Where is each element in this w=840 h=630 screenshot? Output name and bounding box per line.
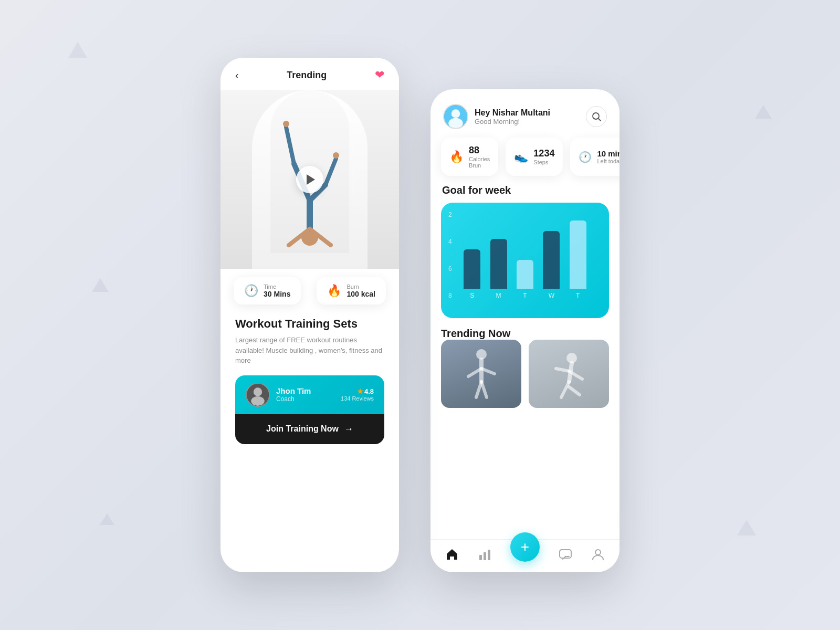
bar-label-t2: T	[576, 292, 580, 299]
bar-label-s: S	[470, 292, 474, 299]
fire-icon: 🔥	[327, 284, 341, 298]
hero-image	[220, 90, 399, 269]
svg-point-11	[254, 387, 262, 396]
arrow-icon: →	[344, 424, 353, 435]
svg-point-12	[251, 396, 265, 405]
time-left-card: 🕐 10 min Left today	[570, 138, 620, 176]
play-button[interactable]	[296, 166, 323, 193]
svg-point-15	[448, 118, 463, 129]
nav-stats[interactable]	[478, 548, 491, 561]
heart-icon[interactable]: ❤	[375, 68, 384, 82]
phone-dashboard: Hey Nishar Multani Good Morning! 🔥 88 Ca…	[430, 89, 620, 572]
y-label-2: 2	[448, 211, 452, 218]
decor-triangle-3	[100, 513, 114, 525]
metrics-outer: 🔥 88 Calories Brun 👟 1234 Steps 🕐	[430, 138, 620, 184]
bar-label-m: M	[496, 292, 501, 299]
search-button[interactable]	[586, 106, 607, 127]
svg-line-26	[556, 369, 569, 371]
phones-container: ‹ Trending ❤	[220, 58, 620, 572]
calories-card: 🔥 88 Calories Brun	[441, 138, 498, 176]
bar-tuesday	[517, 260, 533, 289]
svg-point-16	[593, 113, 599, 119]
bar-t2: T	[570, 220, 586, 299]
clock-icon: 🕐	[244, 284, 258, 298]
time-left-label: Left today	[597, 158, 620, 164]
rating-score: ★4.8	[341, 387, 374, 395]
svg-line-28	[561, 382, 569, 397]
rating-count: 134 Reviews	[341, 395, 374, 402]
workout-title: Workout Training Sets	[235, 317, 384, 331]
svg-point-14	[452, 109, 460, 118]
plus-icon: +	[521, 540, 529, 554]
stats-row: 🕐 Time 30 Mins 🔥 Burn 100 kcal	[220, 269, 399, 313]
trending-section-title: Trending Now	[430, 328, 620, 340]
decor-triangle-4	[755, 105, 772, 119]
svg-line-29	[569, 387, 580, 395]
trending-image-1[interactable]	[441, 340, 521, 408]
nav-add-button[interactable]: +	[510, 532, 540, 562]
steps-card: 👟 1234 Steps	[506, 138, 563, 176]
bar-wednesday	[543, 231, 560, 289]
trending-image-2[interactable]	[529, 340, 609, 408]
time-value: 30 Mins	[264, 290, 290, 298]
workout-description: Largest range of FREE workout routines a…	[235, 335, 384, 366]
bar-w: W	[543, 231, 560, 299]
bar-monday	[490, 239, 507, 289]
time-left-icon: 🕐	[579, 151, 592, 163]
metrics-inner: 🔥 88 Calories Brun 👟 1234 Steps	[441, 138, 563, 176]
trending-images	[430, 340, 620, 408]
back-icon[interactable]: ‹	[235, 69, 239, 81]
coach-rating: ★4.8 134 Reviews	[341, 387, 374, 402]
time-label: Time	[264, 284, 290, 290]
coach-bar: Jhon Tim Coach ★4.8 134 Reviews	[235, 375, 384, 414]
svg-line-3	[286, 127, 294, 164]
coach-info: Jhon Tim Coach	[276, 386, 334, 403]
join-training-label: Join Training Now	[266, 424, 339, 434]
calories-icon: 🔥	[449, 150, 464, 164]
nav-chat[interactable]	[559, 548, 572, 561]
phone-workout-detail: ‹ Trending ❤	[220, 58, 399, 572]
svg-line-23	[481, 382, 487, 397]
bar-label-t1: T	[523, 292, 527, 299]
chart-y-labels: 8 6 4 2	[448, 211, 452, 299]
steps-label: Steps	[533, 159, 554, 165]
join-training-button[interactable]: Join Training Now →	[235, 414, 384, 444]
svg-point-8	[283, 121, 289, 127]
y-label-4: 4	[448, 238, 452, 245]
bar-thursday	[570, 220, 586, 289]
bar-m: M	[490, 239, 507, 299]
burn-label: Burn	[346, 284, 375, 290]
steps-value: 1234	[533, 148, 554, 159]
phone1-header: ‹ Trending ❤	[220, 58, 399, 90]
star-icon: ★	[357, 387, 363, 395]
time-stat-card: 🕐 Time 30 Mins	[234, 277, 301, 304]
y-label-8: 8	[448, 292, 452, 299]
bar-s: S	[464, 249, 480, 299]
trending-figure-2	[545, 345, 593, 408]
nav-home[interactable]	[445, 548, 459, 561]
decor-triangle-2	[92, 278, 109, 292]
calories-label: Calories Brun	[469, 156, 490, 169]
phone1-body: Workout Training Sets Largest range of F…	[220, 313, 399, 572]
y-label-6: 6	[448, 265, 452, 272]
coach-name: Jhon Tim	[276, 386, 334, 395]
goal-section-title: Goal for week	[430, 184, 620, 203]
decor-triangle-5	[737, 520, 756, 536]
svg-rect-30	[479, 555, 482, 560]
svg-line-5	[326, 159, 336, 185]
time-left-value: 10 min	[597, 149, 620, 158]
bar-label-w: W	[549, 292, 554, 299]
page-title: Trending	[287, 70, 327, 81]
calories-value: 88	[469, 145, 490, 156]
user-avatar	[443, 104, 468, 129]
bar-sunday	[464, 249, 480, 289]
steps-icon: 👟	[514, 150, 528, 164]
svg-point-9	[333, 152, 339, 159]
user-info: Hey Nishar Multani Good Morning!	[443, 104, 550, 129]
burn-stat-card: 🔥 Burn 100 kcal	[317, 277, 386, 304]
search-icon	[592, 112, 601, 121]
phone2-header: Hey Nishar Multani Good Morning!	[430, 89, 620, 138]
weekly-chart: 8 6 4 2 S M T W	[441, 203, 609, 318]
greeting-sub: Good Morning!	[475, 118, 550, 125]
nav-profile[interactable]	[591, 548, 605, 561]
